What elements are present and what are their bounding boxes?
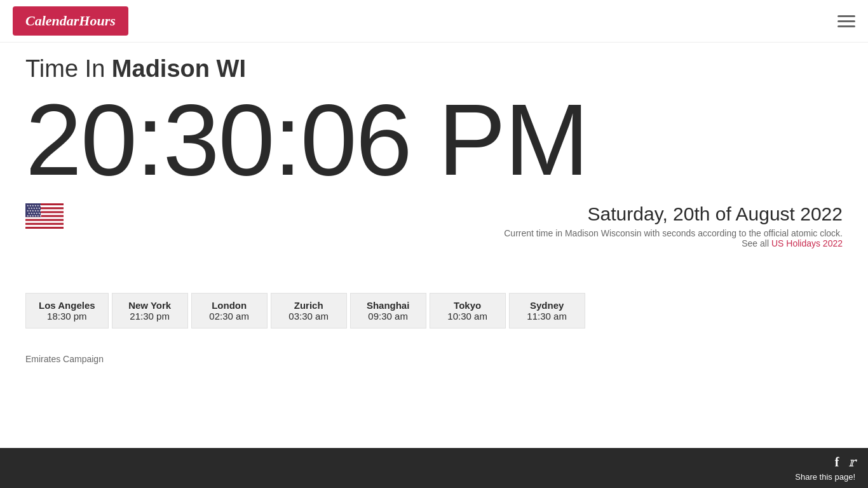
logo[interactable]: CalendarHours — [13, 6, 128, 36]
city-time: 03:30 am — [284, 311, 334, 322]
hamburger-line-2 — [837, 20, 855, 22]
svg-rect-6 — [25, 225, 64, 227]
city-name: New York — [125, 300, 175, 311]
city-name: London — [205, 300, 254, 311]
subtitle-text: Current time in Madison Wisconsin with s… — [504, 228, 843, 238]
city-time: 11:30 am — [522, 311, 572, 322]
page-title: Time In Madison WI — [25, 55, 843, 83]
hamburger-line-3 — [837, 25, 855, 27]
city-clock-tokyo: Tokyo 10:30 am — [430, 293, 506, 329]
city-clock-sydney: Sydney 11:30 am — [509, 293, 585, 329]
main-content: Time In Madison WI 20:30:06 PM ★★★★★★ — [0, 43, 868, 280]
svg-text:★★★★★★: ★★★★★★ — [27, 214, 42, 217]
world-clocks: Los Angeles 18:30 pm New York 21:30 pm L… — [0, 293, 868, 329]
flag-container: ★★★★★★ ★★★★★ ★★★★★★ ★★★★★ ★★★★★★ — [25, 203, 64, 229]
city-time: 10:30 am — [443, 311, 492, 322]
ad-label: Emirates Campaign — [25, 354, 104, 364]
city-time: 02:30 am — [205, 311, 254, 322]
city-clock-zurich: Zurich 03:30 am — [271, 293, 347, 329]
holidays-text: See all US Holidays 2022 — [504, 238, 843, 248]
hamburger-line-1 — [837, 15, 855, 17]
city-time: 09:30 am — [363, 311, 413, 322]
date-info: Saturday, 20th of August 2022 Current ti… — [504, 203, 843, 248]
svg-rect-5 — [25, 221, 64, 223]
city-clock-new-york: New York 21:30 pm — [112, 293, 188, 329]
logo-text: CalendarHours — [25, 13, 116, 29]
city-name: Zurich — [284, 300, 334, 311]
ad-area: Emirates Campaign — [0, 341, 868, 377]
city-name: Tokyo — [443, 300, 492, 311]
city-name: Shanghai — [363, 300, 413, 311]
date-section: ★★★★★★ ★★★★★ ★★★★★★ ★★★★★ ★★★★★★ Saturda… — [25, 203, 843, 248]
svg-rect-4 — [25, 217, 64, 219]
date-text: Saturday, 20th of August 2022 — [504, 203, 843, 225]
city-name: Sydney — [522, 300, 572, 311]
city-clock-los-angeles: Los Angeles 18:30 pm — [25, 293, 109, 329]
us-flag-icon: ★★★★★★ ★★★★★ ★★★★★★ ★★★★★ ★★★★★★ — [25, 203, 64, 229]
city-clock-shanghai: Shanghai 09:30 am — [350, 293, 426, 329]
header: CalendarHours — [0, 0, 868, 43]
clock-display: 20:30:06 PM — [25, 89, 843, 191]
city-time: 18:30 pm — [39, 311, 95, 322]
city-time: 21:30 pm — [125, 311, 175, 322]
city-clock-london: London 02:30 am — [191, 293, 268, 329]
city-name: Los Angeles — [39, 300, 95, 311]
hamburger-menu-button[interactable] — [837, 15, 855, 27]
holidays-link[interactable]: US Holidays 2022 — [771, 238, 843, 248]
